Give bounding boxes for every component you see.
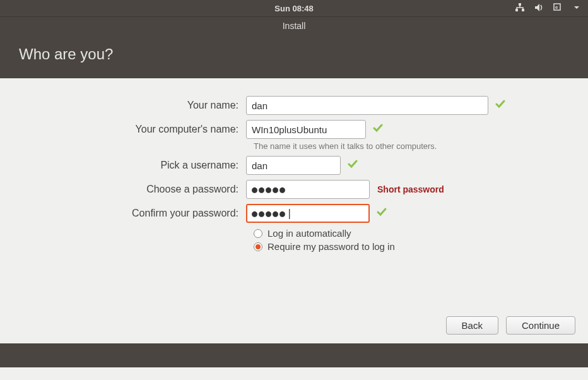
- username-input[interactable]: [246, 156, 341, 175]
- footer-bar: [0, 343, 588, 367]
- svg-text:e: e: [555, 4, 558, 10]
- network-icon[interactable]: [515, 3, 525, 15]
- nav-buttons: Back Continue: [446, 316, 575, 335]
- check-icon: [372, 122, 384, 136]
- system-topbar: Sun 08:48 e: [0, 0, 588, 16]
- name-label: Your name:: [25, 100, 246, 111]
- radio-icon: [254, 242, 262, 251]
- login-require-label: Require my password to log in: [268, 241, 395, 252]
- username-label: Pick a username:: [25, 160, 246, 171]
- continue-button[interactable]: Continue: [506, 316, 575, 335]
- computer-helper: The name it uses when it talks to other …: [254, 141, 563, 151]
- window-title: Install: [283, 21, 306, 31]
- svg-rect-1: [515, 9, 518, 11]
- svg-rect-2: [522, 9, 524, 11]
- login-auto-option[interactable]: Log in automatically: [254, 228, 563, 239]
- clock: Sun 08:48: [274, 4, 313, 13]
- form-content: Your name: Your computer's name: The nam…: [0, 78, 588, 343]
- computer-label: Your computer's name:: [25, 124, 246, 135]
- confirm-input[interactable]: ●●●●●: [246, 204, 370, 223]
- password-warning: Short password: [377, 184, 444, 194]
- check-icon: [376, 206, 387, 220]
- input-method-icon[interactable]: e: [553, 3, 563, 15]
- back-button[interactable]: Back: [446, 316, 498, 335]
- login-require-option[interactable]: Require my password to log in: [254, 241, 563, 252]
- password-input[interactable]: ●●●●●: [246, 180, 370, 199]
- page-header: Who are you?: [0, 34, 588, 78]
- volume-icon[interactable]: [534, 3, 544, 15]
- svg-rect-0: [519, 3, 521, 6]
- radio-icon: [254, 229, 262, 238]
- check-icon: [495, 98, 506, 112]
- password-label: Choose a password:: [25, 184, 246, 195]
- login-options: Log in automatically Require my password…: [254, 228, 563, 252]
- window-titlebar: Install: [0, 16, 588, 34]
- computer-input[interactable]: [246, 120, 366, 139]
- system-tray: e: [515, 3, 582, 15]
- confirm-label: Confirm your password:: [25, 208, 246, 219]
- login-auto-label: Log in automatically: [268, 228, 351, 239]
- dropdown-icon[interactable]: [572, 3, 582, 15]
- check-icon: [347, 158, 358, 172]
- page-heading: Who are you?: [19, 45, 113, 62]
- name-input[interactable]: [246, 96, 488, 115]
